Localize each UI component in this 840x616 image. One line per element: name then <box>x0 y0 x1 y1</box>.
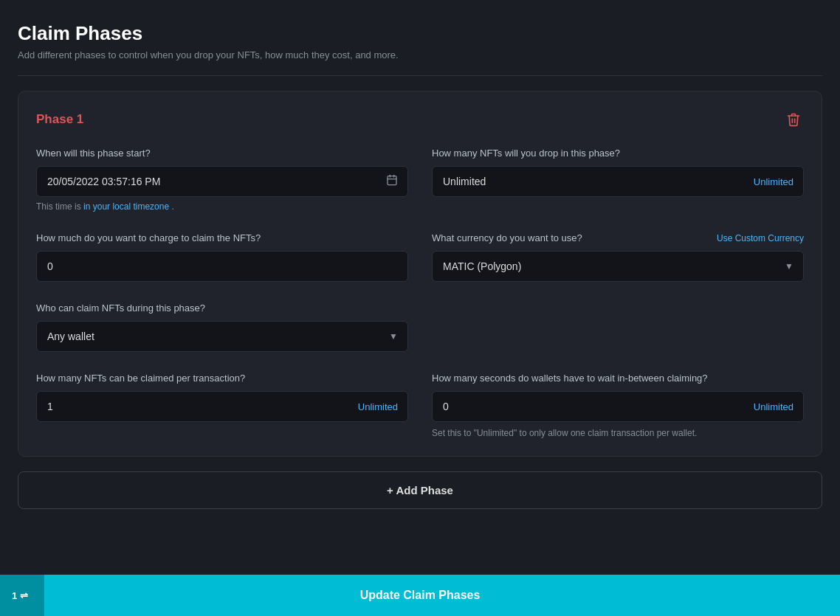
who-can-claim-select[interactable]: Any wallet Specific wallets <box>36 321 408 352</box>
per-transaction-group: How many NFTs can be claimed per transac… <box>36 373 408 438</box>
use-custom-currency-link[interactable]: Use Custom Currency <box>717 233 804 243</box>
charge-amount-input-wrapper <box>36 251 408 282</box>
currency-select-wrapper: MATIC (Polygon) ETH (Ethereum) BNB (BSC)… <box>432 251 804 282</box>
per-transaction-input-wrapper: Unlimited <box>36 391 408 422</box>
per-transaction-label: How many NFTs can be claimed per transac… <box>36 373 408 384</box>
nft-drop-count-label: How many NFTs will you drop in this phas… <box>432 148 804 159</box>
who-can-claim-group: Who can claim NFTs during this phase? An… <box>36 302 408 352</box>
charge-amount-label: How much do you want to charge to claim … <box>36 232 408 243</box>
currency-label: What currency do you want to use? <box>432 232 582 243</box>
start-time-input-wrapper <box>36 166 408 197</box>
add-phase-button[interactable]: + Add Phase <box>18 471 822 509</box>
phase-title: Phase 1 <box>36 112 83 127</box>
form-grid: When will this phase start? This time is <box>36 148 804 438</box>
start-time-input[interactable] <box>36 166 408 197</box>
currency-select[interactable]: MATIC (Polygon) ETH (Ethereum) BNB (BSC) <box>432 251 804 282</box>
wait-time-label: How many seconds do wallets have to wait… <box>432 373 804 384</box>
wait-time-unlimited-badge[interactable]: Unlimited <box>754 401 793 412</box>
page-header: Claim Phases Add different phases to con… <box>18 22 822 76</box>
calendar-icon[interactable] <box>386 174 398 189</box>
currency-group: What currency do you want to use? Use Cu… <box>432 232 804 282</box>
page-subtitle: Add different phases to control when you… <box>18 49 822 60</box>
per-transaction-unlimited-badge[interactable]: Unlimited <box>358 401 398 412</box>
phase-header: Phase 1 <box>36 109 804 130</box>
phase-card: Phase 1 When will this phase start? <box>18 91 822 457</box>
charge-amount-group: How much do you want to charge to claim … <box>36 232 408 282</box>
page-title: Claim Phases <box>18 22 822 45</box>
bottom-bar-badge: 1 ⇌ <box>0 575 44 616</box>
nft-drop-count-group: How many NFTs will you drop in this phas… <box>432 148 804 212</box>
nft-drop-count-input[interactable] <box>432 166 804 197</box>
charge-amount-input[interactable] <box>36 251 408 282</box>
timezone-hint: This time is in your local timezone . <box>36 201 408 212</box>
currency-label-row: What currency do you want to use? Use Cu… <box>432 232 804 243</box>
per-transaction-input[interactable] <box>36 391 408 422</box>
who-can-claim-select-wrapper: Any wallet Specific wallets ▼ <box>36 321 408 352</box>
nft-drop-count-input-wrapper: Unlimited <box>432 166 804 197</box>
empty-spacer <box>432 302 804 352</box>
wait-time-input[interactable] <box>432 391 804 422</box>
start-time-group: When will this phase start? This time is <box>36 148 408 212</box>
wait-time-hint: Set this to "Unlimited" to only allow on… <box>432 428 804 438</box>
update-claim-phases-button[interactable]: Update Claim Phases <box>360 589 481 602</box>
wait-time-group: How many seconds do wallets have to wait… <box>432 373 804 438</box>
bottom-bar: 1 ⇌ Update Claim Phases <box>0 575 840 616</box>
svg-rect-0 <box>388 176 396 185</box>
nft-drop-count-unlimited-badge[interactable]: Unlimited <box>754 176 793 187</box>
delete-phase-button[interactable] <box>783 109 804 130</box>
wait-time-input-wrapper: Unlimited <box>432 391 804 422</box>
who-can-claim-label: Who can claim NFTs during this phase? <box>36 302 408 314</box>
start-time-label: When will this phase start? <box>36 148 408 159</box>
